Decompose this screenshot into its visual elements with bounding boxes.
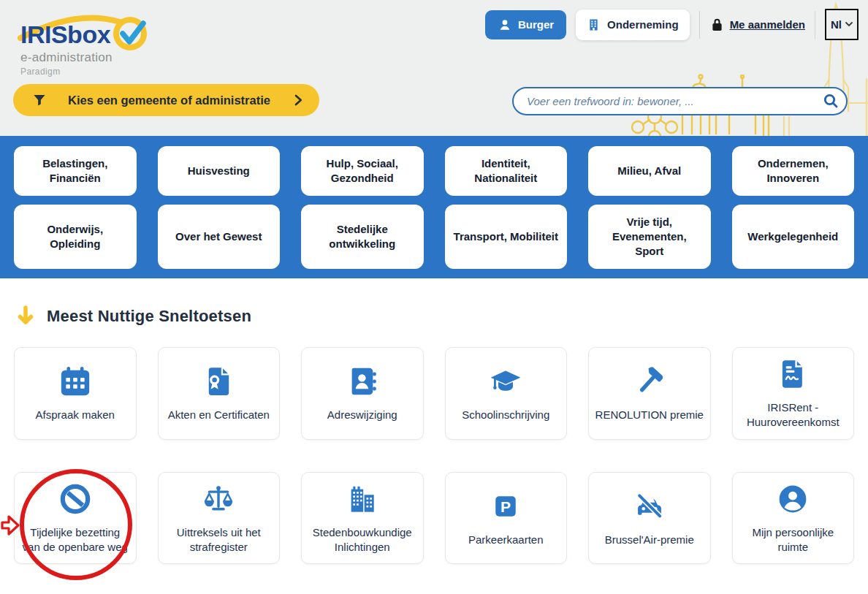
topbar-divider <box>815 11 815 39</box>
shortcut-card[interactable]: Uittreksels uit het strafregister <box>158 472 281 565</box>
logo-tagline: Paradigm <box>20 66 61 77</box>
logo-title: IRISbox <box>20 20 110 49</box>
shortcut-card-label: Brussel'Air-premie <box>605 533 694 547</box>
scales-icon <box>201 481 236 517</box>
building-icon <box>587 18 601 32</box>
shortcut-card[interactable]: RENOLUTION premie <box>588 347 711 440</box>
shortcut-card-label: Tijdelijke bezetting van de openbare weg <box>20 525 130 555</box>
irisbox-logo[interactable]: IRISbox e-administration Paradigm <box>13 4 170 85</box>
no-entry-icon <box>58 481 93 517</box>
topbar-divider <box>699 11 700 39</box>
chevron-down-icon <box>845 22 853 27</box>
hammer-icon <box>633 364 666 399</box>
shortcut-card-label: Parkeerkaarten <box>468 533 544 547</box>
language-label: Nl <box>831 18 842 31</box>
chevron-right-icon <box>292 94 305 107</box>
topbar: Burger Onderneming Me aanmelden <box>485 9 859 40</box>
category-button[interactable]: Stedelijke ontwikkeling <box>301 205 424 269</box>
certificate-icon <box>202 364 235 399</box>
category-button[interactable]: Milieu, Afval <box>588 146 711 196</box>
shortcut-card[interactable]: Mijn persoonlijke ruimte <box>732 472 855 565</box>
shortcut-card[interactable]: Afspraak maken <box>14 347 137 440</box>
person-circle-icon <box>776 481 810 517</box>
shortcut-card[interactable]: Schoolinschrijving <box>445 347 568 440</box>
shortcut-card-label: IRISRent - Huurovereenkomst <box>739 400 848 430</box>
login-label: Me aanmelden <box>730 18 805 31</box>
shortcut-card-label: RENOLUTION premie <box>595 408 704 422</box>
onderneming-button[interactable]: Onderneming <box>576 9 690 40</box>
category-button[interactable]: Hulp, Sociaal, Gezondheid <box>301 146 424 196</box>
burger-label: Burger <box>518 18 554 31</box>
burger-button[interactable]: Burger <box>485 10 566 39</box>
shortcut-card-label: Mijn persoonlijke ruimte <box>739 525 848 555</box>
shortcut-card[interactable]: Brussel'Air-premie <box>588 472 711 565</box>
shortcut-card[interactable]: Stedenbouwkundige Inlichtingen <box>301 472 424 565</box>
category-button[interactable]: Belastingen, Financiën <box>14 146 137 196</box>
buildings-icon <box>345 481 380 517</box>
graduation-cap-icon <box>488 364 523 399</box>
choose-municipality-button[interactable]: Kies een gemeente of administratie <box>13 84 319 116</box>
language-selector[interactable]: Nl <box>825 9 859 40</box>
login-link[interactable]: Me aanmelden <box>709 17 805 33</box>
shortcuts-heading: Meest Nuttige Sneltoetsen <box>47 307 251 326</box>
shortcut-card-label: Stedenbouwkundige Inlichtingen <box>308 525 417 555</box>
shortcut-card-label: Schoolinschrijving <box>462 408 549 422</box>
shortcut-grid: Afspraak makenAkten en CertificatenAdres… <box>14 347 854 564</box>
category-button[interactable]: Onderwijs, Opleiding <box>14 205 137 269</box>
shortcut-card[interactable]: Tijdelijke bezetting van de openbare weg <box>14 472 137 565</box>
shortcut-card[interactable]: PParkeerkaarten <box>445 472 568 565</box>
shortcut-card-label: Uittreksels uit het strafregister <box>164 525 274 555</box>
search-bar <box>512 87 848 115</box>
filter-button-label: Kies een gemeente of administratie <box>47 94 292 107</box>
category-button[interactable]: Identiteit, Nationaliteit <box>445 146 568 196</box>
page-header: IRISbox e-administration Paradigm Burger <box>0 0 868 136</box>
category-button[interactable]: Vrije tijd, Evenementen, Sport <box>588 205 711 269</box>
category-button[interactable]: Ondernemen, Innoveren <box>732 146 855 196</box>
onderneming-label: Onderneming <box>607 18 679 31</box>
shortcuts-section: Meest Nuttige Sneltoetsen Afspraak maken… <box>0 305 868 564</box>
parking-icon: P <box>490 489 522 524</box>
person-icon <box>498 18 512 32</box>
car-crossed-icon <box>632 489 667 524</box>
lock-icon <box>709 17 725 33</box>
shortcut-card-label: Akten en Certificaten <box>168 408 270 422</box>
shortcut-card-label: Adreswijziging <box>327 408 397 422</box>
contract-icon <box>777 357 809 392</box>
shortcut-card[interactable]: Adreswijziging <box>301 347 424 440</box>
svg-text:P: P <box>500 498 511 515</box>
shortcut-card-label: Afspraak maken <box>36 408 115 422</box>
address-book-icon <box>346 364 379 399</box>
logo-subtitle: e-administration <box>20 50 113 65</box>
category-button[interactable]: Transport, Mobiliteit <box>445 205 568 269</box>
shortcuts-heading-row: Meest Nuttige Sneltoetsen <box>17 305 854 327</box>
search-icon[interactable] <box>822 92 840 113</box>
search-input[interactable] <box>512 87 848 115</box>
shortcut-card[interactable]: Akten en Certificaten <box>158 347 281 440</box>
calendar-icon <box>58 364 92 399</box>
category-button[interactable]: Over het Gewest <box>158 205 281 269</box>
category-button[interactable]: Werkgelegenheid <box>732 205 855 269</box>
shortcut-card[interactable]: IRISRent - Huurovereenkomst <box>732 347 855 440</box>
category-button[interactable]: Huisvesting <box>158 146 281 196</box>
arrow-down-icon <box>17 305 34 327</box>
category-band-grid: Belastingen, FinanciënHuisvestingHulp, S… <box>0 136 868 278</box>
filter-icon <box>32 93 47 107</box>
